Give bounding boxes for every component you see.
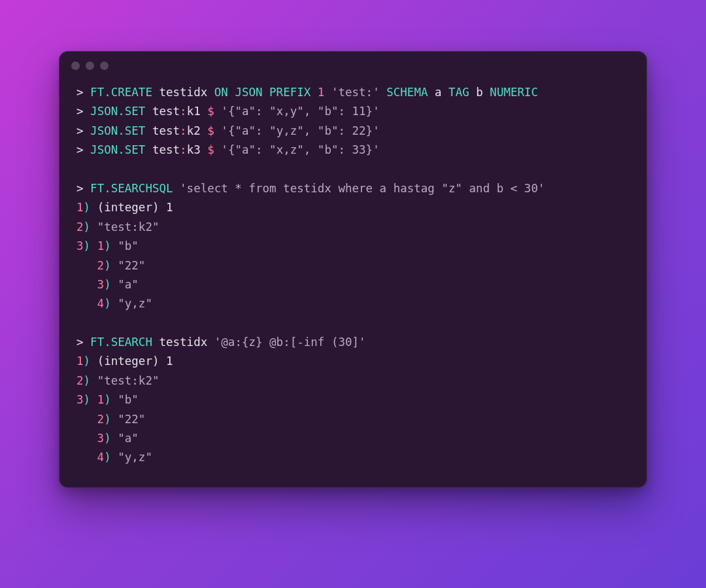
result-line: 4) "y,z" bbox=[76, 297, 152, 310]
result-line: 2) "test:k2" bbox=[76, 220, 159, 233]
result-line: 3) 1) "b" bbox=[76, 393, 139, 406]
result-line: 4) "y,z" bbox=[76, 451, 152, 464]
result-line: 3) "a" bbox=[76, 278, 139, 291]
window-max-dot[interactable] bbox=[100, 61, 109, 70]
titlebar bbox=[59, 52, 647, 79]
result-line: 1) (integer) 1 bbox=[76, 201, 173, 214]
line: > FT.CREATE testidx ON JSON PREFIX 1 'te… bbox=[76, 86, 538, 99]
line: > FT.SEARCHSQL 'select * from testidx wh… bbox=[76, 182, 545, 195]
line: > JSON.SET test:k3 $ '{"a": "x,z", "b": … bbox=[76, 143, 380, 156]
result-line: 3) 1) "b" bbox=[76, 239, 139, 252]
result-line: 1) (integer) 1 bbox=[76, 355, 173, 368]
result-line: 3) "a" bbox=[76, 432, 139, 445]
line: > JSON.SET test:k2 $ '{"a": "y,z", "b": … bbox=[76, 124, 380, 137]
terminal-window: > FT.CREATE testidx ON JSON PREFIX 1 'te… bbox=[59, 51, 647, 488]
window-close-dot[interactable] bbox=[71, 61, 80, 70]
result-line: 2) "22" bbox=[76, 259, 145, 272]
terminal-body[interactable]: > FT.CREATE testidx ON JSON PREFIX 1 'te… bbox=[59, 79, 647, 487]
window-min-dot[interactable] bbox=[86, 61, 94, 70]
line: > JSON.SET test:k1 $ '{"a": "x,y", "b": … bbox=[76, 105, 380, 118]
result-line: 2) "22" bbox=[76, 413, 145, 426]
line: > FT.SEARCH testidx '@a:{z} @b:[-inf (30… bbox=[76, 336, 366, 349]
result-line: 2) "test:k2" bbox=[76, 374, 159, 387]
